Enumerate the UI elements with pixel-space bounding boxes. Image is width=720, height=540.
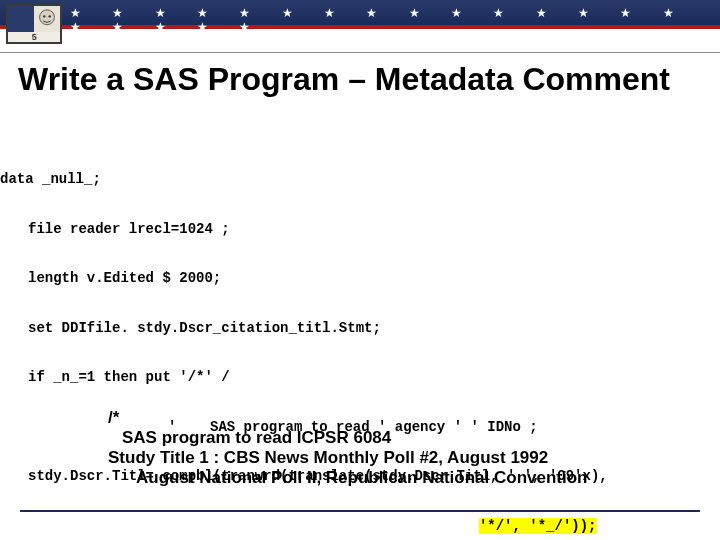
output-line: SAS program to read ICPSR 6084: [108, 428, 708, 448]
logo: 5: [6, 4, 62, 44]
slide-title: Write a SAS Program – Metadata Comment: [18, 62, 698, 98]
code-line: set DDIfile. stdy.Dscr_citation_titl.Stm…: [0, 320, 720, 337]
output-line: August National Poll II, Republican Nati…: [108, 468, 708, 488]
code-line: '*/', '*_/'));: [0, 518, 720, 535]
highlight: '*/', '*_/'));: [479, 518, 597, 534]
bottom-rule: [20, 510, 700, 512]
banner-stars: ★ ★ ★ ★ ★ ★ ★ ★ ★ ★ ★ ★ ★ ★ ★ ★ ★ ★ ★ ★: [70, 6, 720, 34]
svg-point-1: [43, 15, 45, 17]
face-icon: [34, 6, 60, 32]
logo-text: 5: [8, 32, 60, 42]
output-line: Study Title 1 : CBS News Monthly Poll #2…: [108, 448, 708, 468]
top-banner: 5 ★ ★ ★ ★ ★ ★ ★ ★ ★ ★ ★ ★ ★ ★ ★ ★ ★ ★ ★ …: [0, 0, 720, 53]
code-line: length v.Edited $ 2000;: [0, 270, 720, 287]
code-line: file reader lrecl=1024 ;: [0, 221, 720, 238]
output-line: /*: [108, 408, 708, 428]
code-line: if _n_=1 then put '/*' /: [0, 369, 720, 386]
output-block: /* SAS program to read ICPSR 6084 Study …: [108, 408, 708, 488]
slide: 5 ★ ★ ★ ★ ★ ★ ★ ★ ★ ★ ★ ★ ★ ★ ★ ★ ★ ★ ★ …: [0, 0, 720, 540]
code-line: data _null_;: [0, 171, 720, 188]
svg-point-2: [49, 15, 51, 17]
